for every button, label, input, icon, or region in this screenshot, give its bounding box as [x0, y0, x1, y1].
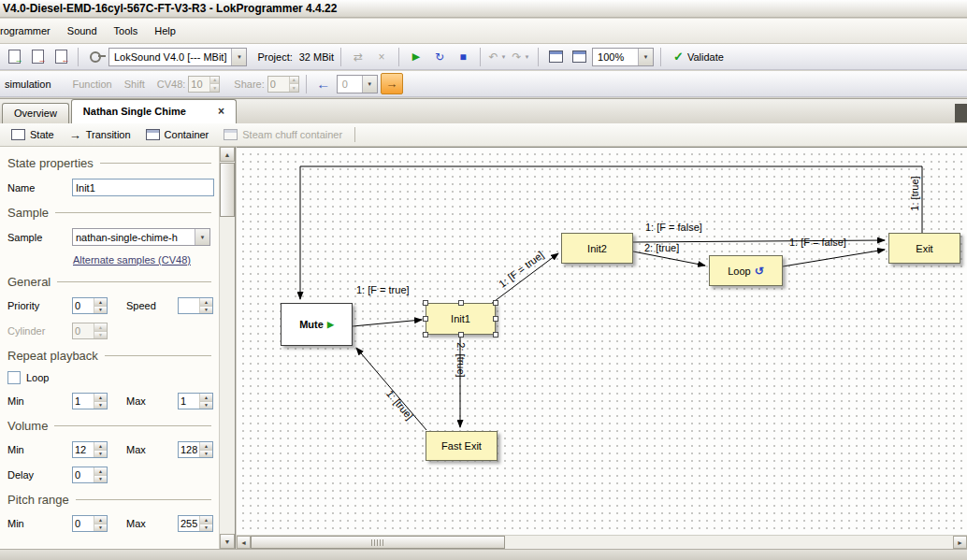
import-button[interactable]: → [27, 47, 48, 67]
state-exit[interactable]: Exit [888, 233, 960, 264]
name-input[interactable] [72, 179, 214, 196]
connection-button[interactable] [85, 47, 106, 67]
spin-up-icon[interactable]: ▲ [200, 516, 212, 524]
state-init1-selected[interactable]: Init1 [426, 303, 496, 335]
spin-down-icon[interactable]: ▼ [94, 524, 107, 532]
panel-scrollbar[interactable]: ▲ ▼ [219, 147, 235, 549]
spin-up-icon[interactable]: ▲ [94, 394, 107, 401]
sample-dropdown[interactable]: nathan-single-chime-h ▼ [72, 228, 210, 246]
zoom-dropdown[interactable]: 100% ▼ [592, 48, 654, 66]
transition-line-loop-to-exit[interactable] [783, 250, 885, 266]
selection-handle[interactable] [458, 332, 464, 337]
scroll-right-icon[interactable]: ► [953, 536, 967, 549]
volume-min-spinner[interactable]: ▲ ▼ [72, 441, 108, 458]
export-button[interactable]: ← [51, 47, 71, 67]
delay-spinner[interactable]: ▲ ▼ [72, 467, 108, 483]
volume-max-input[interactable] [179, 442, 199, 457]
selection-handle[interactable] [423, 316, 428, 322]
loop-checkbox[interactable] [7, 371, 21, 384]
spin-down-icon[interactable]: ▼ [94, 475, 107, 483]
repeat-min-input[interactable] [73, 394, 94, 409]
repeat-max-spinner[interactable]: ▲ ▼ [178, 393, 213, 409]
spin-down-icon[interactable]: ▼ [200, 524, 212, 532]
canvas-view[interactable]: Mute ▶ Init1 Init2 Loop ↺ [237, 148, 967, 535]
zoom-in-button[interactable] [569, 47, 589, 67]
repeat-min-spinner[interactable]: ▲ ▼ [72, 393, 108, 409]
menu-programmer[interactable]: rogrammer [0, 22, 59, 40]
redo-button-disabled: ↷ ▼ [511, 47, 531, 67]
device-dropdown[interactable]: LokSound V4.0 [--- MBit] ▼ [108, 48, 247, 66]
menu-sound[interactable]: Sound [59, 22, 106, 40]
chevron-down-icon[interactable]: ▼ [638, 49, 653, 65]
pitch-max-input[interactable] [179, 516, 199, 531]
pitch-min-input[interactable] [73, 516, 94, 531]
canvas-horizontal-scrollbar[interactable]: ◄ ► [237, 535, 967, 549]
transition-label-init2-exit[interactable]: 1: [F = false] [645, 222, 702, 233]
spin-down-icon[interactable]: ▼ [94, 306, 107, 314]
add-container-tool[interactable]: Container [141, 127, 214, 142]
alternate-samples-link[interactable]: Alternate samples (CV48) [73, 254, 219, 266]
state-init2[interactable]: Init2 [561, 233, 633, 264]
spin-up-icon[interactable]: ▲ [94, 442, 107, 450]
spin-up-icon[interactable]: ▲ [200, 298, 212, 306]
menu-help[interactable]: Help [146, 22, 184, 40]
reload-button[interactable]: ↻ [429, 47, 450, 67]
scroll-up-icon[interactable]: ▲ [220, 147, 235, 162]
chevron-down-icon[interactable]: ▼ [195, 229, 209, 245]
canvas-scrollbar-thumb[interactable] [251, 536, 505, 549]
spin-up-icon[interactable]: ▲ [94, 516, 107, 524]
tab-overview[interactable]: Overview [2, 103, 69, 123]
step-back-button[interactable]: ← [313, 74, 334, 94]
play-button[interactable]: ▶ [406, 47, 426, 67]
spin-down-icon[interactable]: ▼ [94, 450, 107, 458]
transition-line-mute-to-init1[interactable] [353, 320, 422, 326]
transition-label-init2-loop[interactable]: 2: [true] [644, 242, 679, 253]
spin-up-icon[interactable]: ▲ [94, 298, 107, 306]
transition-label-exit-mute[interactable]: 1: [true] [909, 176, 920, 210]
spin-up-icon[interactable]: ▲ [200, 442, 212, 450]
delay-input[interactable] [73, 467, 94, 482]
transition-line-init2-to-loop[interactable] [633, 251, 705, 266]
add-state-tool[interactable]: State [7, 127, 59, 142]
transition-label-mute-init1[interactable]: 1: [F = true] [356, 284, 410, 295]
scroll-down-icon[interactable]: ▼ [220, 534, 235, 549]
state-fast-exit[interactable]: Fast Exit [426, 431, 498, 461]
spin-down-icon[interactable]: ▼ [200, 306, 212, 314]
open-project-button[interactable]: → [4, 47, 24, 67]
volume-max-spinner[interactable]: ▲ ▼ [178, 441, 213, 458]
selection-handle[interactable] [423, 300, 428, 306]
spin-down-icon[interactable]: ▼ [200, 450, 212, 458]
spin-up-icon[interactable]: ▲ [200, 394, 212, 401]
menu-tools[interactable]: Tools [106, 22, 147, 40]
selection-handle[interactable] [458, 300, 464, 306]
selection-handle[interactable] [493, 316, 498, 322]
transition-label-init1-fast-exit[interactable]: 2: [true] [455, 342, 467, 377]
add-transition-tool[interactable]: → Transition [65, 126, 136, 144]
close-tab-icon[interactable]: × [218, 100, 224, 123]
stop-button[interactable]: ■ [453, 47, 473, 67]
repeat-max-input[interactable] [179, 394, 199, 409]
spin-up-icon[interactable]: ▲ [94, 467, 107, 475]
state-loop[interactable]: Loop ↺ [709, 255, 783, 286]
validate-button[interactable]: ✓ Validate [668, 50, 729, 64]
spin-down-icon[interactable]: ▼ [94, 401, 107, 409]
zoom-out-button[interactable] [545, 47, 566, 67]
tab-nathan-single-chime[interactable]: Nathan Single Chime × [71, 99, 237, 123]
priority-spinner[interactable]: ▲ ▼ [72, 297, 108, 314]
speed-spinner[interactable]: ▲ ▼ [178, 297, 213, 314]
pitch-min-spinner[interactable]: ▲ ▼ [72, 515, 108, 532]
volume-min-input[interactable] [73, 442, 94, 457]
pitch-max-spinner[interactable]: ▲ ▼ [178, 515, 213, 532]
priority-input[interactable] [73, 298, 94, 313]
speed-input[interactable] [179, 298, 199, 313]
scroll-left-icon[interactable]: ◄ [237, 536, 251, 549]
selection-handle[interactable] [423, 332, 428, 337]
spin-down-icon[interactable]: ▼ [200, 401, 212, 409]
selection-handle[interactable] [493, 332, 498, 337]
transition-label-loop-exit[interactable]: 1: [F = false] [789, 237, 846, 248]
selection-handle[interactable] [493, 300, 498, 306]
step-forward-button[interactable]: → [381, 73, 403, 94]
panel-scrollbar-thumb[interactable] [220, 163, 235, 217]
chevron-down-icon[interactable]: ▼ [231, 49, 246, 65]
state-mute[interactable]: Mute ▶ [281, 303, 353, 346]
